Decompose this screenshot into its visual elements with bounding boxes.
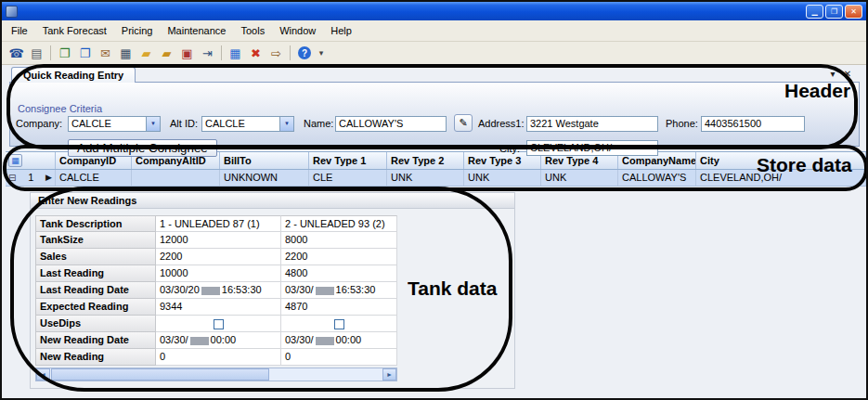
title-bar[interactable]: ▁ ❐ ✕ [2, 2, 866, 20]
tab-quick-reading-entry[interactable]: Quick Reading Entry [11, 67, 136, 83]
cell-companyname[interactable]: CALLOWAY'S [618, 170, 696, 186]
phone-field[interactable]: 4403561500 [701, 116, 805, 132]
chart-icon[interactable]: ▦ [116, 45, 136, 62]
cell-companyid[interactable]: CALCLE [56, 170, 132, 186]
column-header-billto[interactable]: BillTo [220, 152, 309, 169]
consignee-criteria-label: Consignee Criteria [18, 103, 102, 114]
column-header-revtype2[interactable]: Rev Type 2 [387, 152, 464, 169]
window-green-icon[interactable]: ❐ [55, 45, 74, 62]
tank2-size[interactable]: 8000 [281, 232, 397, 249]
panel-close-icon[interactable]: ✕ [841, 69, 854, 79]
date-time: 00:00 [211, 334, 237, 345]
menu-help[interactable]: Help [323, 22, 359, 39]
chevron-down-icon[interactable]: ▼ [146, 117, 160, 131]
column-header-revtype1[interactable]: Rev Type 1 [309, 152, 387, 169]
row-label-new-reading: New Reading [35, 349, 156, 366]
tank2-last-reading-date[interactable]: 03/30/16:53:30 [281, 282, 397, 299]
help-icon[interactable]: ? [298, 46, 311, 59]
tank1-new-reading-input[interactable]: 0 [156, 349, 281, 366]
tank1-last-reading[interactable]: 10000 [156, 265, 281, 282]
tank2-sales[interactable]: 2200 [281, 249, 397, 265]
tank1-new-reading-date[interactable]: 03/30/00:00 [156, 332, 281, 349]
table-row[interactable]: ⊟ 1 ▶ CALCLE UNKNOWN CLE UNK UNK UNK CAL… [6, 170, 866, 187]
menu-pricing[interactable]: Pricing [114, 22, 161, 39]
row-label-tank-description: Tank Description [35, 215, 156, 232]
grid-selector-icon[interactable]: ▦ [8, 154, 22, 167]
close-button[interactable]: ✕ [845, 5, 862, 19]
city-field[interactable]: CLEVELAND,OH/ [526, 140, 658, 156]
collapse-row-icon[interactable]: ⊟ [8, 170, 16, 186]
folder-icon[interactable]: ▰ [136, 45, 156, 62]
tank1-size[interactable]: 12000 [156, 232, 281, 249]
usedips-checkbox[interactable] [334, 319, 344, 329]
menu-tools[interactable]: Tools [233, 22, 272, 39]
tank2-last-reading[interactable]: 4800 [281, 265, 397, 282]
readings-table: Tank Description 1 - UNLEADED 87 (1) 2 -… [35, 215, 397, 366]
toolbar-separator [221, 45, 222, 60]
add-multiple-consignee-button[interactable]: Add Multiple Consignee [68, 139, 217, 157]
redaction-box [190, 337, 209, 345]
redaction-box [316, 337, 334, 345]
name-field[interactable]: CALLOWAY'S [335, 116, 447, 132]
menu-window[interactable]: Window [272, 22, 323, 39]
scroll-left-icon[interactable]: ◄ [36, 368, 50, 381]
row-number: 1 [19, 170, 43, 186]
quick-reading-entry-panel: Quick Reading Entry ▾ ✕ Consignee Criter… [9, 67, 860, 147]
cell-revtype4[interactable]: UNK [541, 170, 618, 186]
enter-new-readings-title: Enter New Readings [31, 193, 514, 209]
app-icon [6, 6, 18, 18]
cell-companyaltid[interactable] [132, 170, 220, 186]
cell-revtype3[interactable]: UNK [464, 170, 541, 186]
toolbar-overflow-icon[interactable]: ▾ [316, 45, 327, 62]
maximize-button[interactable]: ❐ [825, 5, 843, 19]
cell-revtype2[interactable]: UNK [387, 170, 464, 186]
address1-field[interactable]: 3221 Westgate [526, 116, 658, 132]
app-window: ▁ ❐ ✕ File Tank Forecast Pricing Mainten… [0, 0, 868, 400]
scrollbar-thumb[interactable] [51, 368, 269, 381]
current-row-icon: ▶ [45, 170, 52, 186]
window-blue-icon[interactable]: ❐ [75, 45, 95, 62]
tank1-description[interactable]: 1 - UNLEADED 87 (1) [156, 215, 281, 232]
export-icon[interactable]: ⇥ [198, 45, 217, 62]
row-handle-cell[interactable]: ⊟ 1 ▶ [6, 170, 56, 186]
horizontal-scrollbar[interactable]: ◄ ► [35, 368, 397, 381]
toolbar-separator [290, 45, 291, 60]
row-label-last-reading: Last Reading [35, 265, 156, 282]
tank1-expected-reading[interactable]: 9344 [156, 299, 281, 316]
delete-icon[interactable]: ✖ [246, 45, 266, 62]
tank2-new-reading-input[interactable]: 0 [281, 349, 397, 366]
alt-id-value: CALCLE [202, 117, 279, 131]
edit-pencil-icon[interactable]: ✎ [454, 114, 473, 132]
tank2-new-reading-date[interactable]: 03/30/00:00 [281, 332, 397, 349]
alt-id-label: Alt ID: [170, 116, 198, 132]
menu-file[interactable]: File [4, 22, 35, 39]
chevron-down-icon[interactable]: ▼ [279, 117, 293, 131]
cell-billto[interactable]: UNKNOWN [220, 170, 309, 186]
tank1-last-reading-date[interactable]: 03/30/2016:53:30 [156, 282, 281, 299]
menu-maintenance[interactable]: Maintenance [160, 22, 233, 39]
cell-revtype1[interactable]: CLE [309, 170, 387, 186]
save-icon[interactable]: ▣ [177, 45, 197, 62]
date-time: 00:00 [336, 334, 362, 345]
minimize-button[interactable]: ▁ [806, 5, 823, 19]
scroll-right-icon[interactable]: ► [382, 368, 396, 381]
tank2-description[interactable]: 2 - UNLEADED 93 (2) [281, 215, 397, 232]
exit-icon[interactable]: ⇨ [266, 45, 286, 62]
menu-tank-forecast[interactable]: Tank Forecast [35, 22, 114, 39]
date-prefix: 03/30/20 [160, 284, 200, 295]
tank2-expected-reading[interactable]: 4870 [281, 299, 397, 316]
panel-dropdown-icon[interactable]: ▾ [826, 69, 839, 79]
usedips-checkbox[interactable] [214, 319, 224, 329]
mail-icon[interactable]: ✉ [96, 45, 115, 62]
consignee-criteria-body: Consignee Criteria Company: CALCLE ▼ Alt… [9, 82, 860, 147]
document-icon[interactable]: ▤ [27, 45, 46, 62]
alt-id-select[interactable]: CALCLE ▼ [201, 116, 294, 132]
column-header-city[interactable]: City [696, 152, 866, 169]
company-select[interactable]: CALCLE ▼ [68, 116, 161, 132]
tank1-sales[interactable]: 2200 [156, 249, 281, 265]
folder-open-icon[interactable]: ▰ [157, 45, 176, 62]
cell-city[interactable]: CLEVELAND,OH/ [696, 170, 866, 186]
phone-icon[interactable]: ☎ [6, 45, 26, 62]
menu-bar: File Tank Forecast Pricing Maintenance T… [2, 20, 866, 42]
table-icon[interactable]: ▦ [226, 45, 245, 62]
